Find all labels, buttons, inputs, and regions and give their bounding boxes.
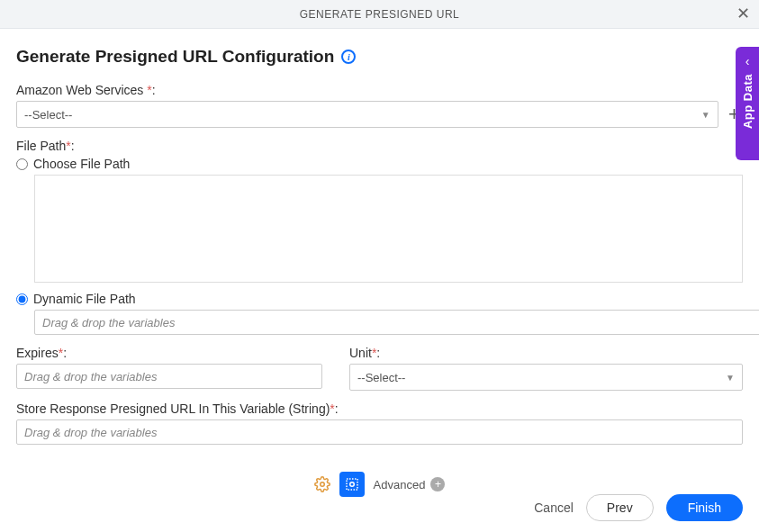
app-settings-icon[interactable] xyxy=(339,472,365,497)
page-title: Generate Presigned URL Configuration i xyxy=(16,47,743,67)
bottom-toolbar: Advanced + xyxy=(16,472,743,497)
modal-title: GENERATE PRESIGNED URL xyxy=(300,8,459,21)
expires-placeholder: Drag & drop the variables xyxy=(24,370,157,383)
colon: : xyxy=(376,346,380,360)
dynamic-filepath-radio[interactable] xyxy=(16,293,28,305)
store-label: Store Response Presigned URL In This Var… xyxy=(16,401,743,416)
aws-field: Amazon Web Services *: --Select-- ▼ + xyxy=(16,83,743,128)
colon: : xyxy=(63,346,67,360)
info-icon[interactable]: i xyxy=(341,50,356,64)
store-label-text: Store Response Presigned URL In This Var… xyxy=(16,401,330,416)
plus-circle-icon: + xyxy=(430,477,445,491)
chevron-down-icon: ▼ xyxy=(726,373,735,383)
dynamic-filepath-input[interactable]: Drag & drop the variables xyxy=(34,310,759,335)
colon: : xyxy=(71,139,75,153)
content-area: Generate Presigned URL Configuration i A… xyxy=(0,29,759,506)
svg-point-0 xyxy=(320,482,324,487)
expires-label-text: Expires xyxy=(16,346,59,360)
svg-point-1 xyxy=(349,482,354,487)
expires-field: Expires*: Drag & drop the variables xyxy=(16,346,322,391)
choose-filepath-radio-row: Choose File Path xyxy=(16,157,743,171)
store-field: Store Response Presigned URL In This Var… xyxy=(16,401,743,445)
aws-select-row: --Select-- ▼ + xyxy=(16,101,743,128)
chevron-left-icon: ‹ xyxy=(745,54,750,68)
store-placeholder: Drag & drop the variables xyxy=(24,426,157,439)
filepath-label-text: File Path xyxy=(16,139,66,153)
choose-filepath-label: Choose File Path xyxy=(33,157,130,171)
aws-select[interactable]: --Select-- ▼ xyxy=(16,101,718,128)
colon: : xyxy=(335,401,339,416)
unit-label: Unit*: xyxy=(349,346,743,360)
chevron-down-icon: ▼ xyxy=(701,110,710,120)
app-data-label: App Data xyxy=(741,74,754,129)
unit-select-value: --Select-- xyxy=(357,371,405,384)
store-input[interactable]: Drag & drop the variables xyxy=(16,419,743,445)
aws-label: Amazon Web Services *: xyxy=(16,83,743,97)
cancel-button[interactable]: Cancel xyxy=(534,500,574,515)
prev-button[interactable]: Prev xyxy=(586,494,654,521)
dynamic-filepath-placeholder: Drag & drop the variables xyxy=(42,316,175,329)
gear-icon[interactable] xyxy=(314,476,330,492)
dynamic-filepath-radio-row: Dynamic File Path xyxy=(16,292,743,306)
page-heading-text: Generate Presigned URL Configuration xyxy=(16,47,334,67)
advanced-label-text: Advanced xyxy=(374,478,426,491)
finish-button[interactable]: Finish xyxy=(666,494,743,521)
unit-select[interactable]: --Select-- ▼ xyxy=(349,364,743,391)
expires-input[interactable]: Drag & drop the variables xyxy=(16,364,322,389)
advanced-toggle[interactable]: Advanced + xyxy=(374,477,446,491)
modal-header: GENERATE PRESIGNED URL ✕ xyxy=(0,0,759,29)
unit-label-text: Unit xyxy=(349,346,372,360)
dynamic-filepath-label: Dynamic File Path xyxy=(33,292,136,306)
app-data-sidetab[interactable]: ‹ App Data xyxy=(736,47,759,160)
footer-buttons: Cancel Prev Finish xyxy=(534,494,743,521)
expires-label: Expires*: xyxy=(16,346,322,360)
filepath-field: File Path*: Choose File Path Dynamic Fil… xyxy=(16,139,743,335)
unit-field: Unit*: --Select-- ▼ xyxy=(349,346,743,391)
colon: : xyxy=(152,83,156,97)
expires-unit-row: Expires*: Drag & drop the variables Unit… xyxy=(16,346,743,391)
aws-label-text: Amazon Web Services xyxy=(16,83,147,97)
aws-select-value: --Select-- xyxy=(24,108,72,122)
close-icon[interactable]: ✕ xyxy=(736,5,750,22)
choose-filepath-box[interactable] xyxy=(34,175,743,283)
filepath-label: File Path*: xyxy=(16,139,743,153)
choose-filepath-radio[interactable] xyxy=(16,158,28,170)
